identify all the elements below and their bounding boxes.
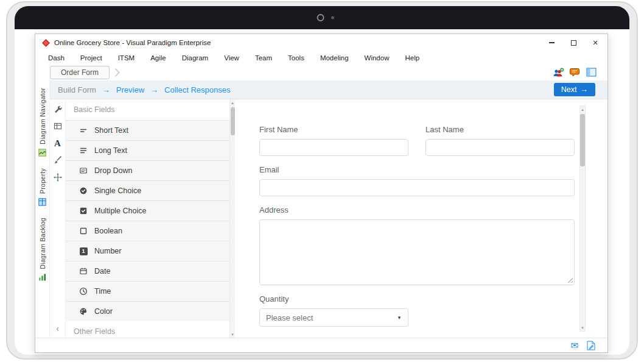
palette-item-label: Boolean <box>94 227 122 235</box>
boolean-icon <box>79 227 88 235</box>
tab-bar-actions <box>553 68 597 77</box>
app-logo-icon <box>42 39 50 47</box>
move-icon[interactable] <box>54 173 62 182</box>
palette-item-color[interactable]: Color <box>66 301 229 321</box>
email-input[interactable] <box>259 179 575 196</box>
menu-bar: Dash Project ITSM Agile Diagram View Tea… <box>35 51 607 64</box>
side-tab-strip: Diagram Navigator Property Diagram Backl… <box>35 80 49 338</box>
single-choice-icon <box>79 186 88 195</box>
palette-item-label: Time <box>94 287 111 296</box>
palette-item-long-text[interactable]: Long Text <box>66 140 229 160</box>
side-tab-label: Property <box>39 168 46 194</box>
share-icon[interactable] <box>553 68 564 77</box>
palette-scrollbar[interactable]: ▲ ▼ <box>229 99 235 338</box>
main-scrollbar[interactable]: ▲ ▼ <box>579 105 586 332</box>
palette-item-label: Single Choice <box>94 186 141 195</box>
palette-item-number[interactable]: 1 Number <box>66 241 229 261</box>
palette-item-time[interactable]: Time <box>66 281 229 301</box>
number-icon: 1 <box>79 247 88 255</box>
form-steps-bar: Build Form → Preview → Collect Responses… <box>50 80 607 99</box>
last-name-input[interactable] <box>425 139 575 156</box>
menu-help[interactable]: Help <box>397 54 427 62</box>
mail-icon[interactable]: ✉ <box>570 341 578 350</box>
side-tab-label: Diagram Navigator <box>39 88 46 144</box>
first-name-input[interactable] <box>259 139 408 156</box>
next-button[interactable]: Next → <box>554 83 595 96</box>
window-body: Diagram Navigator Property Diagram Backl… <box>35 80 607 338</box>
palette-item-label: Short Text <box>94 126 128 135</box>
collapse-panel-button[interactable]: ‹ <box>56 325 59 332</box>
address-textarea[interactable] <box>259 219 575 285</box>
color-group: Color <box>259 336 575 338</box>
quantity-select[interactable]: Please select ▼ <box>259 308 408 327</box>
multiple-choice-icon <box>79 207 88 215</box>
panel-layout-icon[interactable] <box>586 68 597 77</box>
palette-item-label: Long Text <box>94 146 127 155</box>
caret-down-icon: ▼ <box>397 315 402 321</box>
last-name-label: Last Name <box>425 125 575 134</box>
step-preview[interactable]: Preview <box>116 85 144 94</box>
maximize-button[interactable] <box>562 35 584 51</box>
scrollbar-thumb[interactable] <box>231 107 235 135</box>
drop-down-icon <box>79 166 88 175</box>
menu-project[interactable]: Project <box>72 54 110 62</box>
table-grid-icon[interactable] <box>54 122 62 130</box>
long-text-icon <box>79 146 88 155</box>
tab-order-form[interactable]: Order Form <box>50 66 110 79</box>
window-controls: ✕ <box>541 35 606 51</box>
status-bar: ✉ <box>35 338 607 352</box>
preview-form: First Name Last Name Email <box>259 125 575 338</box>
step-arrow-icon: → <box>102 85 110 94</box>
scroll-up-icon[interactable]: ▲ <box>231 99 234 106</box>
email-label: Email <box>259 165 575 174</box>
window-title: Online Grocery Store - Visual Paradigm E… <box>54 39 211 46</box>
palette-item-label: Multiple Choice <box>94 207 146 215</box>
font-tool-icon[interactable]: A <box>54 139 61 147</box>
last-name-group: Last Name <box>425 125 575 156</box>
wrench-icon[interactable] <box>54 105 62 113</box>
menu-diagram[interactable]: Diagram <box>174 54 216 62</box>
tab-chevron-icon <box>111 68 120 76</box>
sidebar-tab-property[interactable]: Property <box>38 168 46 208</box>
camera-dot <box>331 16 334 20</box>
menu-view[interactable]: View <box>216 54 247 62</box>
step-build-form[interactable]: Build Form <box>58 85 96 94</box>
postmania-icon[interactable] <box>570 68 581 77</box>
color-icon <box>79 307 88 316</box>
menu-team[interactable]: Team <box>247 54 280 62</box>
palette-item-multiple-choice[interactable]: Multiple Choice <box>66 201 229 221</box>
sidebar-tab-diagram-navigator[interactable]: Diagram Navigator <box>38 88 46 159</box>
palette-item-boolean[interactable]: Boolean <box>66 221 229 241</box>
color-label: Color <box>259 336 575 338</box>
menu-itsm[interactable]: ITSM <box>110 54 142 62</box>
device-top-bezel <box>15 6 629 29</box>
edit-document-icon[interactable] <box>587 341 595 350</box>
palette-item-single-choice[interactable]: Single Choice <box>66 180 229 201</box>
quantity-label: Quantity <box>259 294 575 303</box>
menu-agile[interactable]: Agile <box>142 54 174 62</box>
palette-item-date[interactable]: Date <box>66 261 229 281</box>
menu-modeling[interactable]: Modeling <box>312 54 357 62</box>
menu-dash[interactable]: Dash <box>40 54 72 62</box>
palette-item-label: Number <box>94 247 121 255</box>
close-button[interactable]: ✕ <box>584 35 606 51</box>
diagram-tab-bar: Order Form <box>35 64 607 80</box>
minimize-button[interactable] <box>541 35 562 51</box>
menu-tools[interactable]: Tools <box>280 54 312 62</box>
quantity-select-value: Please select <box>266 313 313 322</box>
scroll-down-icon[interactable]: ▼ <box>581 324 584 331</box>
minimize-icon <box>549 42 555 43</box>
scroll-up-icon[interactable]: ▲ <box>581 106 584 113</box>
brush-icon[interactable] <box>54 156 62 165</box>
arrow-right-icon: → <box>581 85 589 94</box>
next-button-label: Next <box>561 85 577 94</box>
menu-window[interactable]: Window <box>357 54 397 62</box>
first-name-label: First Name <box>259 125 408 134</box>
palette-item-short-text[interactable]: Short Text <box>66 120 229 140</box>
sidebar-tab-diagram-backlog[interactable]: Diagram Backlog <box>38 218 46 283</box>
palette-item-label: Color <box>94 307 113 316</box>
scroll-down-icon[interactable]: ▼ <box>231 331 234 338</box>
scrollbar-thumb[interactable] <box>580 114 585 166</box>
step-collect-responses[interactable]: Collect Responses <box>164 85 230 94</box>
palette-item-drop-down[interactable]: Drop Down <box>66 160 229 180</box>
